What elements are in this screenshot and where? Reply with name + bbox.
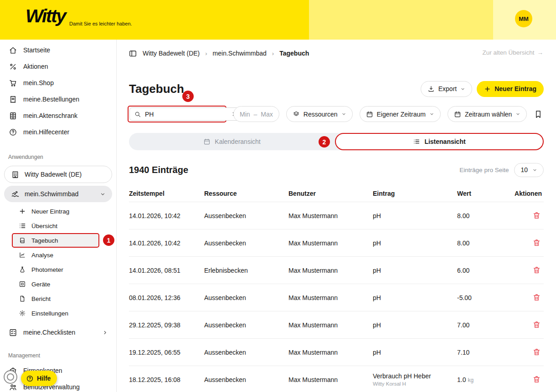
cell-user: Max Mustermann — [288, 349, 373, 356]
sidebar-item-firmenkonten[interactable]: Firmenkonten — [0, 362, 116, 379]
submenu-item-uebersicht[interactable]: Übersicht — [0, 219, 116, 233]
sidebar-item-mein-aktenschrank[interactable]: mein.Aktenschrank — [0, 107, 116, 124]
home-icon — [8, 46, 17, 55]
pick-range-dropdown[interactable]: Zeitraum wählen — [448, 106, 527, 122]
receipt-icon — [8, 95, 17, 104]
user-avatar[interactable]: MM — [515, 10, 532, 27]
sidebar-app-witty-badewelt[interactable]: Witty Badewelt (DE) — [4, 166, 112, 183]
delete-entry-icon[interactable] — [532, 293, 541, 302]
app-label: mein.Schwimmbad — [25, 190, 78, 198]
entry-value: 6.00 — [457, 267, 469, 274]
sidebar-item-label: Startseite — [23, 46, 50, 54]
sidebar: Startseite Aktionen mein.Shop meine.Best… — [0, 40, 117, 392]
sidebar-item-aktionen[interactable]: Aktionen — [0, 58, 116, 75]
submenu-item-bericht[interactable]: Bericht — [0, 291, 116, 306]
sidebar-item-benutzerverwaltung[interactable]: Benutzerverwaltung — [0, 379, 116, 392]
cell-user: Max Mustermann — [288, 212, 373, 219]
download-icon — [427, 85, 435, 92]
sidebar-item-mein-shop[interactable]: mein.Shop — [0, 75, 116, 91]
breadcrumb: Witty Badewelt (DE) › mein.Schwimmbad › … — [128, 47, 309, 60]
column-header: Wert — [457, 190, 514, 197]
delete-entry-icon[interactable] — [532, 211, 541, 220]
breadcrumb-item[interactable]: mein.Schwimmbad — [213, 50, 267, 57]
delete-entry-icon[interactable] — [532, 239, 541, 247]
cell-resource: Aussenbecken — [204, 349, 288, 356]
list-view-label: Listenansicht — [424, 138, 465, 145]
sidebar-app-mein-schwimmbad[interactable]: mein.Schwimmbad — [4, 186, 112, 202]
cell-user: Max Mustermann — [288, 294, 373, 301]
calendar-view-tab[interactable]: Kalenderansicht — [129, 133, 335, 150]
search-input[interactable] — [145, 111, 227, 118]
device-icon — [18, 280, 26, 288]
submenu-item-einstellungen[interactable]: Einstellungen — [0, 306, 116, 321]
min-max-filter[interactable]: Min – Max — [233, 106, 279, 122]
table-header: Zeitstempel Ressource Benutzer Eintrag W… — [129, 185, 544, 202]
submenu-item-tagebuch[interactable]: Tagebuch — [12, 233, 99, 248]
table-row: 08.01.2026, 12:36 Aussenbecken Max Muste… — [129, 284, 544, 311]
sidebar-item-mein-hilfecenter[interactable]: mein.Hilfecenter — [0, 124, 116, 140]
sidebar-item-label: mein.Shop — [23, 79, 54, 87]
table-row: 14.01.2026, 10:42 Aussenbecken Max Muste… — [129, 229, 544, 256]
annotation-badge-2: 2 — [319, 136, 330, 148]
column-header: Zeitstempel — [129, 190, 204, 197]
old-view-link[interactable]: Zur alten Übersicht → — [482, 49, 543, 56]
witty-logo: Witty — [26, 5, 65, 27]
building-icon — [10, 170, 20, 179]
submenu-item-label: Neuer Eintrag — [31, 208, 69, 215]
list-view-tab[interactable]: Listenansicht — [335, 133, 544, 150]
cell-timestamp: 08.01.2026, 12:36 — [129, 294, 204, 301]
cell-user: Max Mustermann — [288, 239, 373, 247]
sidebar-item-meine-checklisten[interactable]: meine.Checklisten — [0, 324, 116, 341]
delete-entry-icon[interactable] — [532, 266, 541, 275]
list-icon — [18, 222, 26, 230]
cell-value: 8.00 — [457, 212, 514, 219]
bookmark-icon[interactable] — [534, 110, 543, 119]
entry-sub: Witty Korsal H — [373, 381, 457, 387]
per-page-select[interactable]: 10 — [514, 163, 544, 177]
page-title: Tagebuch — [129, 82, 184, 96]
custom-range-dropdown[interactable]: Eigener Zeitraum — [360, 106, 441, 122]
help-button[interactable]: Hilfe — [21, 371, 57, 386]
cell-timestamp: 14.01.2026, 10:42 — [129, 239, 204, 247]
app-label: Witty Badewelt (DE) — [25, 171, 82, 178]
new-entry-button[interactable]: Neuer Eintrag — [477, 81, 544, 97]
delete-entry-icon[interactable] — [532, 348, 541, 356]
min-placeholder: Min — [240, 111, 250, 118]
submenu-item-label: Geräte — [31, 281, 50, 288]
view-toggle: Kalenderansicht Listenansicht — [129, 133, 544, 150]
per-page-label: Einträge pro Seite — [459, 167, 509, 173]
resources-dropdown[interactable]: Ressourcen — [286, 106, 353, 122]
export-button[interactable]: Export — [421, 81, 472, 97]
submenu-item-neuer-eintrag[interactable]: Neuer Eintrag — [0, 204, 116, 219]
sidebar-item-meine-bestellungen[interactable]: meine.Bestellungen — [0, 91, 116, 107]
chevron-down-icon — [460, 87, 465, 92]
arrow-right-icon: → — [537, 49, 544, 56]
entry-main: pH — [373, 321, 457, 329]
submenu-item-label: Übersicht — [31, 223, 57, 229]
delete-entry-icon[interactable] — [532, 321, 541, 329]
breadcrumb-separator: › — [272, 50, 274, 57]
sidebar-panel-icon[interactable] — [128, 49, 137, 58]
sidebar-item-label: mein.Hilfecenter — [23, 128, 69, 136]
submenu-item-analyse[interactable]: Analyse — [0, 248, 116, 262]
submenu-item-geraete[interactable]: Geräte — [0, 277, 116, 291]
column-header: Eintrag — [373, 190, 457, 197]
entry-value: -5.00 — [457, 294, 472, 301]
cell-entry: pH — [373, 321, 457, 329]
layers-icon — [293, 111, 300, 118]
breadcrumb-item[interactable]: Witty Badewelt (DE) — [143, 50, 200, 57]
entry-main: Verbrauch pH Heber — [373, 372, 457, 380]
cell-user: Max Mustermann — [288, 376, 373, 383]
submenu-item-label: Tagebuch — [31, 237, 58, 244]
schwimmbad-submenu: Neuer Eintrag Übersicht Tagebuch Analyse… — [0, 204, 116, 321]
entry-main: pH — [373, 294, 457, 301]
list-header-row: 1940 Einträge Einträge pro Seite 10 — [129, 163, 544, 177]
custom-range-label: Eigener Zeitraum — [377, 111, 426, 118]
cell-value: 7.10 — [457, 349, 514, 356]
sidebar-item-startseite[interactable]: Startseite — [0, 42, 116, 58]
submenu-item-photometer[interactable]: Photometer — [0, 262, 116, 277]
per-page-value: 10 — [520, 166, 528, 173]
new-entry-label: Neuer Eintrag — [494, 85, 536, 92]
delete-entry-icon[interactable] — [532, 375, 541, 384]
widget-icon[interactable] — [4, 370, 17, 384]
